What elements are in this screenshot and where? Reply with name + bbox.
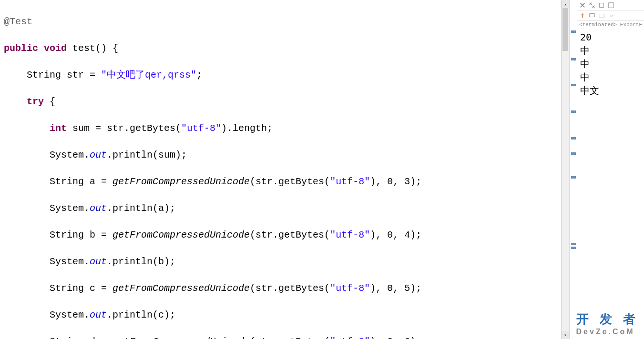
console-toolbar-2 bbox=[577, 10, 644, 21]
code-line: String b = getFromCompressedUnicode(str.… bbox=[4, 229, 561, 242]
scroll-up-button[interactable]: ▴ bbox=[562, 0, 569, 8]
clear-icon[interactable] bbox=[608, 2, 614, 9]
scroll-thumb[interactable] bbox=[562, 8, 568, 51]
code-line: public void test() { bbox=[4, 42, 561, 55]
code-line: String d = getFromCompressedUnicode(str.… bbox=[4, 335, 561, 339]
code-line: String a = getFromCompressedUnicode(str.… bbox=[4, 175, 561, 189]
overview-marker[interactable] bbox=[571, 247, 576, 249]
overview-marker[interactable] bbox=[571, 152, 576, 155]
code-line: String c = getFromCompressedUnicode(str.… bbox=[4, 282, 561, 295]
overview-marker[interactable] bbox=[571, 30, 576, 33]
code-line: try { bbox=[4, 95, 561, 109]
code-line: System.out.println(c); bbox=[4, 309, 561, 322]
console-line: 中 bbox=[580, 57, 641, 70]
code-line: int sum = str.getBytes("utf-8").length; bbox=[4, 122, 561, 135]
overview-marker[interactable] bbox=[571, 137, 576, 140]
console-status: <terminated> ExportE bbox=[577, 21, 644, 29]
code-line: @Test bbox=[4, 15, 561, 29]
overview-marker[interactable] bbox=[571, 243, 576, 245]
code-line: System.out.println(b); bbox=[4, 255, 561, 269]
svg-rect-2 bbox=[590, 13, 595, 17]
remove-all-icon[interactable] bbox=[589, 2, 595, 9]
console-toolbar bbox=[577, 0, 644, 10]
console-line: 中 bbox=[580, 70, 641, 84]
code-line: System.out.println(a); bbox=[4, 202, 561, 215]
code-line: System.out.println(sum); bbox=[4, 149, 561, 162]
watermark: 开 发 者 DevZe.CoM bbox=[576, 311, 639, 336]
console-line: 中 bbox=[580, 44, 641, 57]
overview-marker[interactable] bbox=[571, 58, 576, 60]
code-line: String str = "中文吧了qer,qrss"; bbox=[4, 69, 561, 82]
dropdown-icon[interactable] bbox=[608, 12, 614, 19]
scroll-track[interactable] bbox=[562, 8, 569, 331]
overview-marker[interactable] bbox=[571, 176, 576, 179]
console-line: 中文 bbox=[580, 84, 641, 97]
svg-rect-3 bbox=[599, 14, 604, 18]
pin-icon[interactable] bbox=[579, 12, 586, 19]
vertical-scrollbar[interactable]: ▴ ▾ bbox=[561, 0, 569, 339]
overview-marker[interactable] bbox=[571, 84, 576, 86]
console-line: 20 bbox=[580, 30, 641, 44]
overview-marker[interactable] bbox=[571, 110, 576, 113]
code-editor[interactable]: @Test public void test() { String str = … bbox=[0, 0, 561, 339]
display-icon[interactable] bbox=[589, 12, 595, 19]
open-icon[interactable] bbox=[598, 12, 605, 19]
console-output: 20 中 中 中 中文 bbox=[577, 29, 644, 99]
svg-rect-1 bbox=[609, 2, 614, 8]
svg-rect-0 bbox=[600, 3, 604, 7]
scroll-lock-icon[interactable] bbox=[598, 2, 605, 9]
overview-ruler[interactable] bbox=[569, 0, 577, 339]
remove-icon[interactable] bbox=[579, 2, 586, 9]
console-panel: <terminated> ExportE 20 中 中 中 中文 开 发 者 D… bbox=[577, 0, 644, 339]
scroll-down-button[interactable]: ▾ bbox=[562, 331, 569, 339]
